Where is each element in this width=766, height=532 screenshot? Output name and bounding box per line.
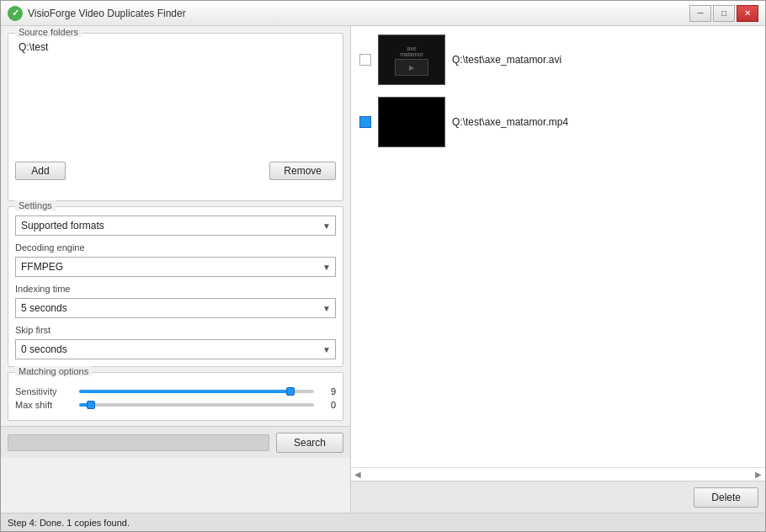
max-shift-track <box>79 403 314 407</box>
remove-folder-button[interactable]: Remove <box>269 162 336 180</box>
sensitivity-fill <box>79 390 290 393</box>
matching-options-group: Matching options Sensitivity 9 Max shift <box>8 372 343 421</box>
right-bottom-bar: Delete <box>351 481 765 513</box>
title-bar-left: ✓ VisioForge Video Duplicates Finder <box>8 6 186 21</box>
sensitivity-value: 9 <box>319 386 336 396</box>
delete-button[interactable]: Delete <box>694 487 758 508</box>
progress-bar <box>8 434 269 451</box>
decoding-engine-select[interactable]: FFMPEGDirectShow <box>15 257 336 277</box>
video-list: axematamor ▶ Q:\test\axe_matamor.avi Q:\… <box>351 26 765 467</box>
max-shift-thumb[interactable] <box>87 401 95 409</box>
decoding-engine-label: Decoding engine <box>15 242 336 253</box>
scroll-arrows: ◀ ▶ <box>351 467 765 481</box>
status-text: Step 4: Done. 1 copies found. <box>8 518 130 528</box>
settings-inner: Supported formats ▼ Decoding engine FFMP… <box>15 212 336 359</box>
left-panel: Source folders Q:\test Add Remove Settin… <box>1 26 350 513</box>
max-shift-value: 0 <box>319 400 336 410</box>
max-shift-row: Max shift 0 <box>15 400 336 410</box>
status-bar: Step 4: Done. 1 copies found. <box>1 513 765 531</box>
sensitivity-thumb[interactable] <box>286 387 295 396</box>
indexing-time-select[interactable]: 1 seconds2 seconds3 seconds5 seconds10 s… <box>15 298 336 318</box>
scroll-right-arrow[interactable]: ▶ <box>755 470 762 479</box>
sensitivity-track <box>79 390 314 393</box>
folder-item: Q:\test <box>17 40 334 54</box>
scroll-left-arrow[interactable]: ◀ <box>354 470 361 479</box>
main-window: ✓ VisioForge Video Duplicates Finder ─ □… <box>0 0 766 532</box>
search-button[interactable]: Search <box>276 433 343 453</box>
formats-select[interactable]: Supported formats <box>15 215 336 236</box>
sensitivity-label: Sensitivity <box>15 386 74 396</box>
close-button[interactable]: ✕ <box>737 5 758 22</box>
right-panel: axematamor ▶ Q:\test\axe_matamor.avi Q:\… <box>350 26 765 513</box>
decoding-select-wrap: FFMPEGDirectShow ▼ <box>15 257 336 277</box>
video-checkbox-2[interactable] <box>359 116 371 128</box>
main-content: Source folders Q:\test Add Remove Settin… <box>1 26 765 513</box>
formats-select-wrap: Supported formats ▼ <box>15 215 336 236</box>
source-folders-label: Source folders <box>15 27 82 37</box>
bottom-bar: Search <box>1 426 350 458</box>
indexing-time-label: Indexing time <box>15 284 336 294</box>
title-bar: ✓ VisioForge Video Duplicates Finder ─ □… <box>1 1 765 26</box>
video-checkbox-1[interactable] <box>359 54 371 66</box>
folder-list: Q:\test <box>15 39 336 157</box>
minimize-button[interactable]: ─ <box>689 5 711 22</box>
max-shift-label: Max shift <box>15 400 74 410</box>
settings-label: Settings <box>15 200 56 210</box>
video-path-2: Q:\test\axe_matamor.mp4 <box>452 116 568 128</box>
matching-options-label: Matching options <box>15 366 92 376</box>
video-thumbnail-2 <box>378 97 445 147</box>
indexing-select-wrap: 1 seconds2 seconds3 seconds5 seconds10 s… <box>15 298 336 318</box>
sensitivity-row: Sensitivity 9 <box>15 386 336 396</box>
source-folders-group: Source folders Q:\test Add Remove <box>8 33 343 201</box>
video-path-1: Q:\test\axe_matamor.avi <box>452 54 561 66</box>
video-item-1: axematamor ▶ Q:\test\axe_matamor.avi <box>358 33 758 87</box>
folder-buttons: Add Remove <box>15 162 336 180</box>
settings-group: Settings Supported formats ▼ Decoding en… <box>8 206 343 367</box>
video-item-2: Q:\test\axe_matamor.mp4 <box>358 95 758 149</box>
maximize-button[interactable]: □ <box>713 5 735 22</box>
right-panel-inner: axematamor ▶ Q:\test\axe_matamor.avi Q:\… <box>351 26 765 513</box>
skip-first-label: Skip first <box>15 325 336 335</box>
title-controls: ─ □ ✕ <box>689 5 758 22</box>
window-title: VisioForge Video Duplicates Finder <box>28 8 186 19</box>
skip-select-wrap: 0 seconds1 seconds2 seconds5 seconds ▼ <box>15 339 336 359</box>
add-folder-button[interactable]: Add <box>15 162 66 180</box>
app-icon: ✓ <box>8 6 23 21</box>
skip-first-select[interactable]: 0 seconds1 seconds2 seconds5 seconds <box>15 339 336 359</box>
video-thumbnail-1: axematamor ▶ <box>378 35 445 85</box>
